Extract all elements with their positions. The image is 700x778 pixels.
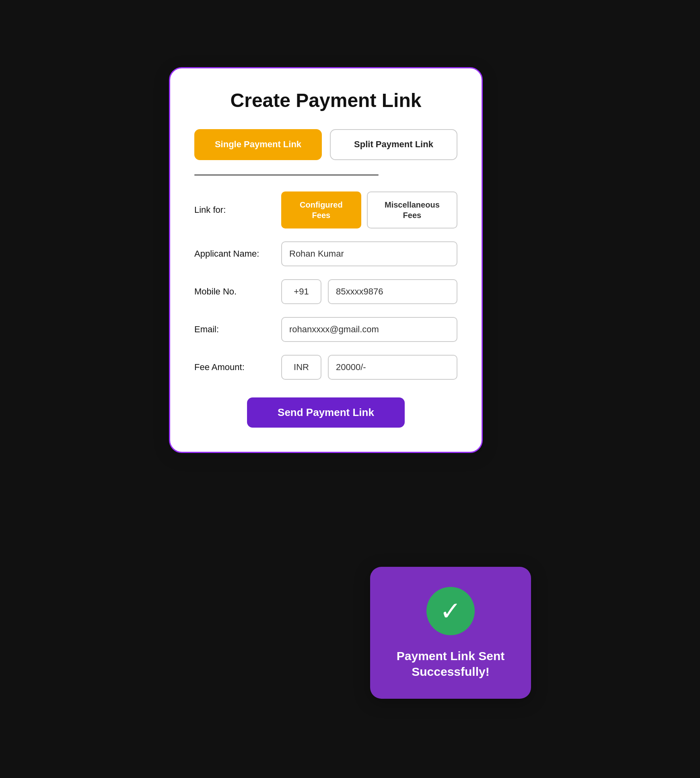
page-title: Create Payment Link — [194, 89, 457, 111]
fee-tab-miscellaneous[interactable]: Miscellaneous Fees — [367, 191, 457, 228]
checkmark-icon: ✓ — [440, 598, 461, 624]
payment-type-tabs: Single Payment Link Split Payment Link — [194, 129, 457, 160]
section-divider — [194, 175, 379, 175]
checkmark-circle: ✓ — [426, 587, 475, 635]
tab-split-payment-link[interactable]: Split Payment Link — [330, 129, 457, 160]
send-payment-link-button[interactable]: Send Payment Link — [247, 397, 405, 428]
applicant-name-label: Applicant Name: — [194, 249, 275, 259]
fee-amount-label: Fee Amount: — [194, 362, 275, 373]
create-payment-link-card: Create Payment Link Single Payment Link … — [169, 67, 483, 453]
mobile-label: Mobile No. — [194, 286, 275, 297]
email-input[interactable] — [281, 317, 457, 342]
fee-type-tabs: Configured Fees Miscellaneous Fees — [281, 191, 457, 228]
applicant-name-input[interactable] — [281, 241, 457, 266]
mobile-number-input[interactable] — [328, 279, 457, 304]
link-for-label: Link for: — [194, 205, 275, 215]
email-label: Email: — [194, 324, 275, 335]
fee-tab-configured[interactable]: Configured Fees — [281, 191, 361, 228]
applicant-name-row: Applicant Name: — [194, 241, 457, 266]
mobile-prefix-input[interactable] — [281, 279, 321, 304]
success-card: ✓ Payment Link Sent Successfully! — [370, 567, 531, 699]
mobile-row: Mobile No. — [194, 279, 457, 304]
link-for-row: Link for: Configured Fees Miscellaneous … — [194, 191, 457, 228]
amount-input[interactable] — [328, 355, 457, 380]
email-row: Email: — [194, 317, 457, 342]
success-message: Payment Link Sent Successfully! — [385, 648, 517, 679]
tab-single-payment-link[interactable]: Single Payment Link — [194, 129, 322, 160]
fee-amount-row: Fee Amount: — [194, 355, 457, 380]
currency-input[interactable] — [281, 355, 321, 380]
